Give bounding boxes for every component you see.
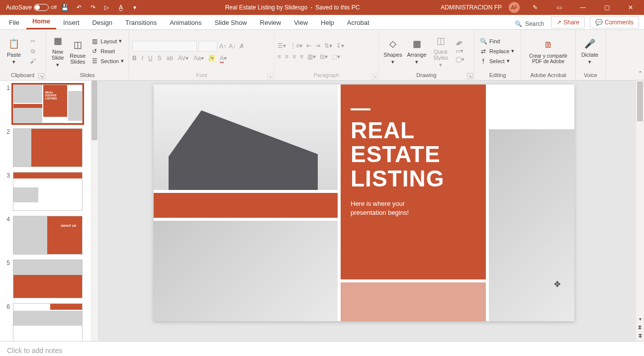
dialog-launcher-icon[interactable]: ↘	[38, 73, 44, 79]
user-avatar[interactable]: AF	[509, 2, 520, 13]
strike-button[interactable]: ab	[167, 55, 173, 62]
paste-button[interactable]: 📋 Paste ▾	[3, 32, 25, 70]
undo-button[interactable]: ↶	[74, 2, 85, 13]
tab-file[interactable]: File	[3, 16, 25, 29]
columns-icon[interactable]: ▥▾	[307, 53, 316, 60]
thumbnail-4[interactable]: 4 ABOUT US	[0, 216, 98, 255]
tab-view[interactable]: View	[288, 16, 314, 29]
thumbnail-5[interactable]: 5	[0, 260, 98, 298]
image-bathroom[interactable]	[489, 129, 574, 321]
tab-acrobat[interactable]: Acrobat	[341, 16, 375, 29]
bold-button[interactable]: B	[132, 55, 137, 62]
thumbnail-6[interactable]: 6	[0, 303, 98, 341]
increase-font-icon[interactable]: A↑	[219, 42, 227, 50]
collapse-ribbon-icon[interactable]: ˄	[639, 70, 642, 78]
image-sofa[interactable]	[154, 221, 338, 321]
shape-effects-button[interactable]: ◯▾	[454, 56, 466, 63]
tab-design[interactable]: Design	[87, 16, 118, 29]
find-button[interactable]: 🔍Find	[477, 37, 516, 46]
select-button[interactable]: ⭱Select ▾	[477, 57, 516, 66]
redo-button[interactable]: ↷	[88, 2, 98, 13]
comments-button[interactable]: 💬Comments	[590, 16, 639, 28]
prev-slide-icon[interactable]: ⯭	[636, 325, 644, 333]
replace-button[interactable]: ⇄Replace ▾	[477, 47, 516, 56]
slide-content[interactable]: REAL ESTATE LISTING Here is where your p…	[154, 85, 574, 321]
dictate-button[interactable]: 🎤 Dictate ▾	[579, 32, 601, 70]
slideshow-from-start-icon[interactable]: ▷	[101, 2, 112, 13]
tab-home[interactable]: Home	[26, 14, 56, 29]
tab-help[interactable]: Help	[315, 16, 340, 29]
thumbnail-3[interactable]: 3	[0, 172, 98, 211]
tab-slideshow[interactable]: Slide Show	[208, 16, 253, 29]
image-building[interactable]	[154, 85, 338, 190]
highlight-button[interactable]: ⁄▾	[209, 55, 215, 62]
minimize-button[interactable]: ―	[571, 0, 594, 15]
peach-bar[interactable]	[341, 282, 486, 321]
arrange-button[interactable]: ▦Arrange▾	[406, 32, 428, 70]
thumbnail-scrollbar[interactable]	[91, 81, 98, 341]
next-slide-icon[interactable]: ⯯	[636, 333, 644, 341]
ribbon-display-icon[interactable]: ▭	[548, 0, 570, 15]
layout-button[interactable]: ▥Layout ▾	[89, 37, 126, 46]
align-right-icon[interactable]: ≡	[292, 53, 296, 60]
canvas-scrollbar[interactable]: ▴ ▾ ⯭ ⯯	[636, 81, 644, 341]
bullets-icon[interactable]: ☰▾	[277, 42, 286, 49]
shapes-button[interactable]: ◇Shapes▾	[382, 32, 404, 70]
font-color-button[interactable]: A▾	[220, 55, 227, 62]
quick-styles-button[interactable]: ◫Quick Styles▾	[430, 32, 452, 70]
share-button[interactable]: ↗Share	[551, 16, 585, 28]
smartart-icon[interactable]: ⬚▾	[332, 53, 340, 60]
shadow-button[interactable]: S	[158, 55, 162, 62]
shape-fill-button[interactable]: ◢▾	[454, 39, 466, 46]
dialog-launcher-icon[interactable]: ↘	[467, 73, 473, 79]
indent-dec-icon[interactable]: ⇤	[306, 42, 311, 49]
dialog-launcher-icon[interactable]: ↘	[267, 73, 273, 79]
title-panel[interactable]: REAL ESTATE LISTING Here is where your p…	[341, 85, 486, 279]
autosave-toggle[interactable]: AutoSave Off	[6, 4, 57, 11]
search-box[interactable]: 🔍Search	[511, 18, 548, 29]
italic-button[interactable]: I	[142, 55, 143, 62]
underline-button[interactable]: U	[148, 55, 153, 62]
reset-button[interactable]: ↺Reset	[89, 47, 126, 56]
tab-insert[interactable]: Insert	[57, 16, 86, 29]
orange-bar[interactable]	[154, 193, 338, 218]
text-direction-icon[interactable]: ↧▾	[336, 42, 344, 49]
align-center-icon[interactable]: ≡	[285, 53, 288, 60]
change-case-button[interactable]: Aa▾	[193, 55, 204, 62]
align-text-icon[interactable]: ⊟▾	[320, 53, 328, 60]
spacing-button[interactable]: AV▾	[178, 55, 188, 62]
save-icon[interactable]: 💾	[60, 2, 71, 13]
tab-animations[interactable]: Animations	[164, 16, 207, 29]
scroll-down-icon[interactable]: ▾	[636, 316, 644, 324]
thumbnail-1[interactable]: 1 REALESTATELISTING	[0, 85, 98, 123]
align-left-icon[interactable]: ≡	[277, 53, 281, 60]
tab-transitions[interactable]: Transitions	[119, 16, 163, 29]
new-slide-button[interactable]: ▦ New Slide ▾	[49, 32, 67, 70]
font-family-combo[interactable]	[132, 41, 197, 52]
indent-inc-icon[interactable]: ⇥	[315, 42, 320, 49]
notes-pane[interactable]: Click to add notes	[0, 341, 644, 356]
slide-canvas[interactable]: REAL ESTATE LISTING Here is where your p…	[99, 81, 644, 341]
justify-icon[interactable]: ≡	[300, 53, 303, 60]
thumbnail-2[interactable]: 2	[0, 128, 98, 167]
coming-soon-icon[interactable]: ✎	[524, 0, 547, 15]
copy-button[interactable]: ⧉	[27, 47, 39, 56]
font-size-combo[interactable]	[198, 41, 217, 52]
create-pdf-button[interactable]: 🗎 Crear y compartir PDF de Adobe	[524, 32, 572, 70]
section-button[interactable]: ☰Section ▾	[89, 57, 126, 66]
reuse-slides-button[interactable]: ◫ Reuse Slides	[69, 32, 87, 70]
clear-formatting-icon[interactable]: A̸	[238, 42, 246, 50]
line-spacing-icon[interactable]: ⇅▾	[324, 42, 332, 49]
cut-button[interactable]: ✂	[27, 37, 39, 46]
slide-title[interactable]: REAL ESTATE LISTING	[351, 118, 476, 190]
numbering-icon[interactable]: ⋮≡▾	[290, 42, 302, 49]
close-button[interactable]: ✕	[619, 0, 642, 15]
maximize-button[interactable]: ▢	[595, 0, 618, 15]
dialog-launcher-icon[interactable]: ↘	[371, 73, 377, 79]
decrease-font-icon[interactable]: A↓	[228, 42, 236, 50]
qat-customize-icon[interactable]: ▾	[129, 2, 140, 13]
tab-review[interactable]: Review	[254, 16, 287, 29]
format-painter-button[interactable]: 🖌	[27, 57, 39, 66]
font-quick-icon[interactable]: A̲	[115, 2, 126, 13]
shape-outline-button[interactable]: ▭▾	[454, 47, 466, 55]
